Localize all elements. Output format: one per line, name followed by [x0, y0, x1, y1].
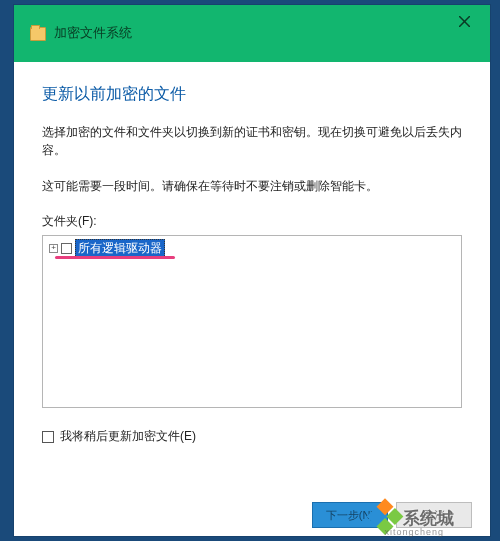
description-2: 这可能需要一段时间。请确保在等待时不要注销或删除智能卡。	[42, 177, 462, 195]
folders-label: 文件夹(F):	[42, 213, 462, 230]
update-later-label: 我将稍后更新加密文件(E)	[60, 428, 196, 445]
update-later-row: 我将稍后更新加密文件(E)	[42, 428, 462, 445]
description-1: 选择加密的文件和文件夹以切换到新的证书和密钥。现在切换可避免以后丢失内容。	[42, 123, 462, 159]
annotation-underline	[55, 256, 175, 259]
expand-icon[interactable]: +	[49, 244, 58, 253]
dialog-footer: 下一步(N) 取消	[312, 502, 472, 528]
folder-icon	[30, 27, 46, 41]
dialog-window: 加密文件系统 更新以前加密的文件 选择加密的文件和文件夹以切换到新的证书和密钥。…	[14, 5, 490, 536]
titlebar: 加密文件系统	[14, 5, 490, 62]
tree-root-checkbox[interactable]	[61, 243, 72, 254]
cancel-button[interactable]: 取消	[396, 502, 472, 528]
next-button[interactable]: 下一步(N)	[312, 502, 388, 528]
close-button[interactable]	[452, 9, 476, 33]
folder-tree[interactable]: + 所有逻辑驱动器	[42, 235, 462, 408]
tree-root-row[interactable]: + 所有逻辑驱动器	[49, 240, 455, 256]
close-icon	[459, 16, 470, 27]
tree-root-label[interactable]: 所有逻辑驱动器	[75, 239, 165, 258]
window-title: 加密文件系统	[54, 25, 132, 42]
update-later-checkbox[interactable]	[42, 431, 54, 443]
page-heading: 更新以前加密的文件	[42, 84, 462, 105]
watermark-sub: xitongcheng	[384, 527, 444, 537]
dialog-content: 更新以前加密的文件 选择加密的文件和文件夹以切换到新的证书和密钥。现在切换可避免…	[14, 62, 490, 445]
